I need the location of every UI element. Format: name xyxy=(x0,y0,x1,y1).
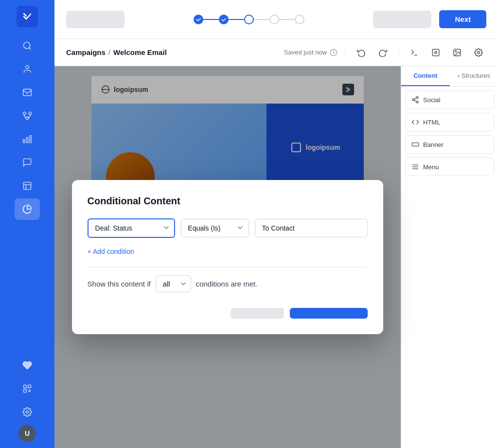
gear-icon xyxy=(474,48,483,57)
avatar[interactable]: U xyxy=(18,425,36,442)
right-panel-tabs: Content › Structures xyxy=(401,66,498,87)
svg-rect-8 xyxy=(23,140,25,143)
bar-chart-icon xyxy=(22,134,32,144)
panel-item-banner[interactable]: Banner xyxy=(405,135,494,154)
image-button[interactable] xyxy=(449,45,465,60)
breadcrumb-separator: / xyxy=(108,48,110,56)
sidebar-item-forms[interactable] xyxy=(15,175,40,197)
terminal-icon xyxy=(410,48,419,57)
svg-point-25 xyxy=(416,101,418,103)
step-2 xyxy=(219,15,229,24)
sidebar-item-search[interactable] xyxy=(15,35,40,56)
all-select[interactable]: all any xyxy=(156,275,191,292)
preview-button[interactable] xyxy=(407,45,422,60)
sidebar-item-email[interactable] xyxy=(15,82,40,103)
all-select-wrapper: all any xyxy=(156,275,191,292)
toolbar-divider-2 xyxy=(398,47,399,58)
next-button[interactable]: Next xyxy=(439,10,486,28)
svg-rect-12 xyxy=(24,390,27,393)
svg-rect-16 xyxy=(432,49,439,56)
tab-structures[interactable]: › Structures xyxy=(450,66,498,86)
test-button[interactable] xyxy=(428,45,444,60)
svg-rect-7 xyxy=(26,138,28,143)
sidebar-item-reports[interactable] xyxy=(15,198,40,220)
operator-select[interactable]: Equals (Is) Not Equals Contains xyxy=(181,219,249,237)
undo-button[interactable] xyxy=(354,45,369,60)
settings-icon xyxy=(22,407,32,417)
svg-rect-9 xyxy=(24,182,31,190)
email-icon xyxy=(22,88,32,97)
modal-title: Conditional Content xyxy=(88,196,368,207)
sidebar-item-favorites[interactable] xyxy=(15,355,40,376)
save-button[interactable] xyxy=(290,308,368,319)
step-line-4 xyxy=(279,19,295,20)
panel-item-html[interactable]: HTML xyxy=(405,113,494,131)
inspect-icon xyxy=(431,48,440,57)
chat-icon xyxy=(22,158,32,167)
cancel-button[interactable] xyxy=(231,308,284,319)
logo-icon xyxy=(21,11,33,22)
svg-point-0 xyxy=(24,42,30,49)
redo-icon xyxy=(378,48,387,57)
breadcrumb-campaigns[interactable]: Campaigns xyxy=(66,48,106,56)
breadcrumb-bar: Campaigns / Welcome Email Saved just now xyxy=(54,39,498,66)
tab-structures-chevron: › xyxy=(457,72,459,79)
modal-divider xyxy=(88,267,368,268)
pie-chart-icon xyxy=(22,204,32,214)
panel-item-menu[interactable]: Menu xyxy=(405,158,494,176)
right-panel-items: Social HTML Banner xyxy=(401,87,498,180)
svg-point-24 xyxy=(412,99,414,101)
gear-button[interactable] xyxy=(471,45,486,60)
breadcrumb-page: Welcome Email xyxy=(113,48,167,56)
step-1 xyxy=(194,15,203,24)
sidebar-item-messages[interactable] xyxy=(15,152,40,173)
step-3-current xyxy=(244,15,254,24)
sidebar-bottom: U xyxy=(15,355,40,442)
step-line-3 xyxy=(254,19,269,20)
automation-icon xyxy=(22,111,32,121)
svg-point-23 xyxy=(416,96,418,98)
sidebar-logo[interactable] xyxy=(17,6,38,27)
tab-content[interactable]: Content xyxy=(401,66,450,86)
sidebar-item-apps[interactable] xyxy=(15,378,40,399)
svg-rect-3 xyxy=(23,112,26,115)
code-icon xyxy=(411,118,419,126)
right-panel: Content › Structures xyxy=(401,66,498,448)
sidebar-item-settings[interactable] xyxy=(15,401,40,423)
svg-point-1 xyxy=(26,66,29,69)
svg-point-17 xyxy=(435,51,437,54)
person-icon xyxy=(22,64,32,74)
sidebar-item-automation[interactable] xyxy=(15,105,40,126)
step-5-upcoming xyxy=(295,15,304,24)
svg-rect-11 xyxy=(28,385,31,388)
svg-rect-2 xyxy=(23,89,32,95)
condition-value-input[interactable] xyxy=(255,219,368,237)
panel-item-html-label: HTML xyxy=(423,119,440,126)
menu-icon xyxy=(411,163,419,171)
operator-wrapper: Equals (Is) Not Equals Contains xyxy=(181,219,249,237)
progress-bar xyxy=(132,15,365,24)
svg-rect-28 xyxy=(412,143,418,146)
conditional-content-modal: Conditional Content Deal: Status Contact… xyxy=(72,180,384,334)
image-icon xyxy=(453,48,462,57)
panel-item-menu-label: Menu xyxy=(423,163,439,171)
step-line-1 xyxy=(203,19,219,20)
clock-icon xyxy=(330,49,338,56)
sidebar-item-analytics[interactable] xyxy=(15,128,40,150)
grid-plus-icon xyxy=(22,384,32,394)
redo-button[interactable] xyxy=(375,45,391,60)
sidebar-item-contacts[interactable] xyxy=(15,58,40,80)
show-suffix: conditions are met. xyxy=(196,280,258,288)
panel-item-social-label: Social xyxy=(423,96,440,104)
show-prefix: Show this content if xyxy=(88,280,151,288)
show-condition-row: Show this content if all any cond xyxy=(88,275,368,292)
condition-field-wrapper: Deal: Status Contact: Email Contact: Nam… xyxy=(88,218,175,238)
heart-icon xyxy=(22,360,32,370)
panel-item-social[interactable]: Social xyxy=(405,90,494,109)
condition-field-select[interactable]: Deal: Status Contact: Email Contact: Nam… xyxy=(88,218,175,238)
step-line-2 xyxy=(229,19,244,20)
forms-icon xyxy=(22,181,32,191)
add-condition-button[interactable]: + Add condition xyxy=(88,248,134,255)
breadcrumb: Campaigns / Welcome Email xyxy=(66,48,167,56)
modal-footer xyxy=(88,308,368,319)
